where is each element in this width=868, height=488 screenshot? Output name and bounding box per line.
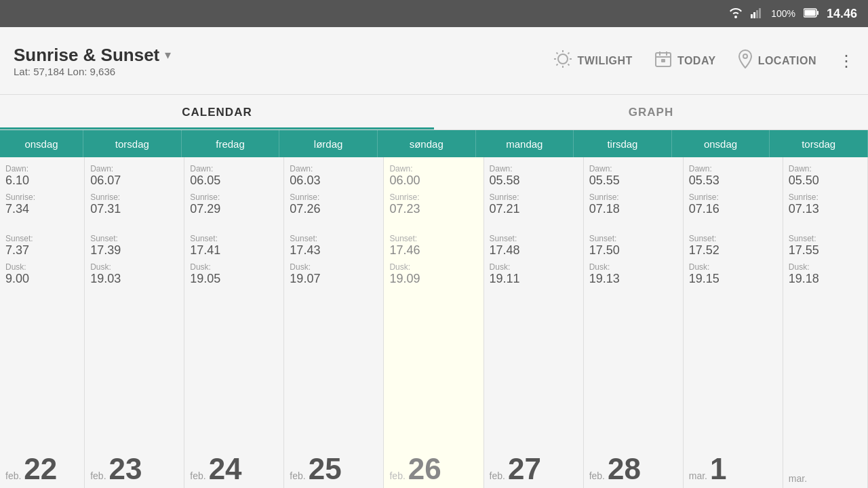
dusk-value: 19.11 <box>490 272 578 287</box>
date-number: 25 <box>309 454 342 484</box>
day-header-mandag-5: mandag <box>476 130 574 157</box>
dusk-label: Dusk: <box>789 262 862 272</box>
dawn-label: Dawn: <box>789 164 862 174</box>
sunrise-value: 07.18 <box>589 202 677 217</box>
dawn-value: 05.50 <box>789 174 862 188</box>
sunset-value: 17.41 <box>190 243 278 258</box>
dawn-label: Dawn: <box>190 164 278 174</box>
calendar-area: onsdagtorsdagfredaglørdagsøndagmandagtir… <box>0 130 868 488</box>
time-data-torsdag-2: Dawn: 05.50Sunrise: 07.13Sunset: 17.55Du… <box>783 157 867 468</box>
dawn-value: 06.03 <box>290 174 378 188</box>
sunrise-label: Sunrise: <box>90 192 178 202</box>
day-date-torsdag-23: feb. 23 <box>85 449 184 488</box>
date-number: 22 <box>24 454 57 484</box>
sunrise-label: Sunrise: <box>689 192 777 202</box>
day-date-torsdag-2: mar. <box>783 468 867 488</box>
day-date-lordag-25: feb. 25 <box>284 449 383 488</box>
dusk-value: 9.00 <box>5 272 79 287</box>
today-label: TODAY <box>677 55 716 67</box>
dusk-label: Dusk: <box>5 262 79 272</box>
sunrise-label: Sunrise: <box>290 192 378 202</box>
toolbar-actions: TWILIGHT TODAY LOCATION <box>553 49 854 73</box>
dusk-value: 19.18 <box>789 272 862 287</box>
day-col-onsdag-22: Dawn: 6.10Sunrise: 7.34Sunset: 7.37Dusk:… <box>0 157 85 488</box>
time-data-fredag-24: Dawn: 06.05Sunrise: 07.29Sunset: 17.41Du… <box>184 157 283 449</box>
date-month: mar. <box>789 473 807 484</box>
sunrise-value: 07.29 <box>190 202 278 217</box>
sunset-value: 17.50 <box>589 243 677 258</box>
tab-graph[interactable]: GRAPH <box>434 95 868 129</box>
dusk-label: Dusk: <box>490 262 578 272</box>
day-col-mandag-27: Dawn: 05.58Sunrise: 07.21Sunset: 17.48Du… <box>484 157 584 488</box>
sunset-label: Sunset: <box>689 234 777 243</box>
tab-calendar[interactable]: CALENDAR <box>0 95 434 129</box>
dusk-value: 19.09 <box>389 272 477 287</box>
day-col-sondag-26: Dawn: 06.00Sunrise: 07.23Sunset: 17.46Du… <box>384 157 484 488</box>
date-month: mar. <box>689 470 707 481</box>
dusk-value: 19.03 <box>90 272 178 287</box>
sunset-label: Sunset: <box>789 234 862 243</box>
today-icon <box>654 50 672 72</box>
day-date-onsdag-1: mar. 1 <box>684 449 783 488</box>
svg-rect-6 <box>804 9 815 16</box>
dusk-label: Dusk: <box>589 262 677 272</box>
date-number: 23 <box>109 454 142 484</box>
sunset-value: 7.37 <box>5 243 79 258</box>
date-number: 1 <box>710 454 726 484</box>
dawn-label: Dawn: <box>589 164 677 174</box>
dawn-label: Dawn: <box>490 164 578 174</box>
dusk-label: Dusk: <box>90 262 178 272</box>
date-month: feb. <box>90 470 106 481</box>
sunset-value: 17.43 <box>290 243 378 258</box>
location-button[interactable]: LOCATION <box>738 49 816 73</box>
more-menu-button[interactable]: ⋮ <box>838 52 854 70</box>
dawn-value: 06.07 <box>90 174 178 188</box>
date-month: feb. <box>190 470 205 481</box>
battery-icon <box>804 8 818 20</box>
sunset-value: 17.46 <box>389 243 477 258</box>
day-col-torsdag-2: Dawn: 05.50Sunrise: 07.13Sunset: 17.55Du… <box>783 157 868 488</box>
sunrise-label: Sunrise: <box>589 192 677 202</box>
sunrise-value: 07.31 <box>90 202 178 217</box>
sunrise-value: 07.23 <box>389 202 477 217</box>
dusk-label: Dusk: <box>190 262 278 272</box>
dawn-value: 06.05 <box>190 174 278 188</box>
date-month: feb. <box>389 470 405 481</box>
sunrise-value: 07.21 <box>490 202 578 217</box>
svg-rect-3 <box>759 8 761 18</box>
app-title: Sunrise & Sunset <box>14 45 159 66</box>
sunset-label: Sunset: <box>90 234 178 243</box>
today-button[interactable]: TODAY <box>654 50 716 72</box>
sunset-value: 17.52 <box>689 243 777 258</box>
date-number: 27 <box>508 454 541 484</box>
dusk-label: Dusk: <box>689 262 777 272</box>
signal-icon <box>751 7 763 20</box>
date-number: 26 <box>408 454 441 484</box>
sunrise-value: 07.26 <box>290 202 378 217</box>
twilight-button[interactable]: TWILIGHT <box>553 49 633 73</box>
day-date-mandag-27: feb. 27 <box>484 449 583 488</box>
day-col-torsdag-23: Dawn: 06.07Sunrise: 07.31Sunset: 17.39Du… <box>85 157 184 488</box>
dusk-value: 19.15 <box>689 272 777 287</box>
day-headers-row: onsdagtorsdagfredaglørdagsøndagmandagtir… <box>0 130 868 157</box>
dawn-value: 6.10 <box>5 174 79 188</box>
sunrise-value: 7.34 <box>5 202 79 217</box>
svg-line-12 <box>556 52 557 54</box>
sunset-label: Sunset: <box>589 234 677 243</box>
day-header-søndag-4: søndag <box>378 130 476 157</box>
sunset-label: Sunset: <box>490 234 578 243</box>
day-header-lørdag-3: lørdag <box>279 130 378 157</box>
day-header-onsdag-0: onsdag <box>0 130 83 157</box>
svg-rect-5 <box>817 11 818 15</box>
day-date-fredag-24: feb. 24 <box>184 449 283 488</box>
svg-rect-20 <box>661 59 665 62</box>
day-col-onsdag-1: Dawn: 05.53Sunrise: 07.16Sunset: 17.52Du… <box>684 157 783 488</box>
svg-line-15 <box>556 64 557 65</box>
dropdown-arrow-icon[interactable]: ▾ <box>165 47 171 62</box>
sunrise-label: Sunrise: <box>190 192 278 202</box>
date-number: 28 <box>608 454 641 484</box>
time-data-lordag-25: Dawn: 06.03Sunrise: 07.26Sunset: 17.43Du… <box>284 157 383 449</box>
dawn-value: 06.00 <box>389 174 477 188</box>
sunrise-value: 07.16 <box>689 202 777 217</box>
date-month: feb. <box>589 470 605 481</box>
